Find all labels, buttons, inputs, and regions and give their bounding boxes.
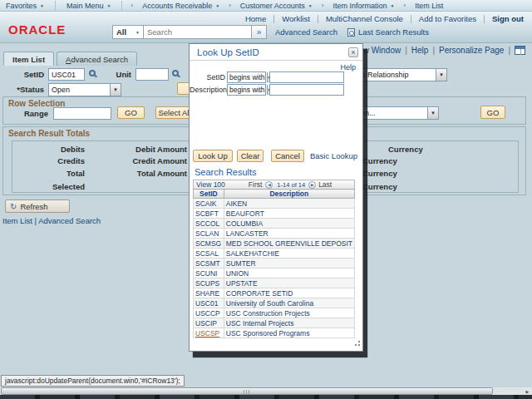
favorites-label: Favorites (6, 2, 37, 10)
home-link[interactable]: Home (245, 14, 266, 23)
previous-page-icon[interactable]: ◀ (265, 181, 273, 189)
lookup-result-row: SCLANLANCASTER (194, 229, 355, 239)
modal-description-row: Description begins with ▼ (190, 84, 362, 96)
result-setid-link[interactable]: USCSP (194, 328, 224, 338)
add-to-favorites-link[interactable]: Add to Favorites (419, 14, 476, 23)
personalize-page-link[interactable]: Personalize Page (439, 46, 504, 55)
search-scope-dropdown[interactable]: All ▼ (112, 25, 144, 39)
result-setid-link[interactable]: USCIP (194, 318, 224, 328)
link-divider (273, 15, 274, 23)
result-description-link[interactable]: CORPORATE SETID (224, 288, 354, 298)
last-search-results[interactable]: Last Search Results (347, 27, 429, 37)
basic-lookup-link[interactable]: Basic Lookup (310, 151, 357, 160)
setid-input[interactable] (48, 68, 85, 81)
lookup-result-row: SCCOLCOLUMBIA (194, 219, 355, 229)
currency-label: Currency (362, 156, 412, 165)
scrollbar-thumb[interactable] (1, 387, 493, 395)
tab-item-list[interactable]: Item List (3, 52, 54, 66)
result-description-link[interactable]: LANCASTER (224, 229, 354, 239)
result-description-link[interactable]: USC Construction Projects (224, 308, 354, 318)
result-description-link[interactable]: SUMTER (224, 259, 354, 268)
main-menu-label: Main Menu (66, 2, 104, 10)
relationship-dropdown[interactable]: No Relationship ▼ (352, 68, 447, 81)
unit-input[interactable] (135, 68, 169, 81)
currency-label: Currency (388, 145, 438, 154)
result-description-link[interactable]: USC Sponsored Programs (224, 328, 354, 338)
dropdown-arrow-icon: ▼ (110, 84, 121, 96)
search-submit-button[interactable]: » (252, 25, 267, 39)
modal-description-input[interactable] (269, 84, 344, 96)
result-setid-link[interactable]: SCLAN (194, 229, 224, 239)
chevron-down-icon: ▼ (308, 3, 313, 8)
http-icon[interactable] (515, 46, 525, 55)
description-operator-dropdown[interactable]: begins with ▼ (227, 84, 266, 96)
result-description-link[interactable]: MED SCHOOL GREENVILLE DEPOSIT (224, 239, 354, 249)
link-divider: | (432, 46, 435, 55)
relationship-value: No Relationship (353, 71, 436, 79)
clear-button[interactable]: Clear (237, 150, 264, 162)
lookup-result-row: SCBFTBEAUFORT (194, 209, 355, 219)
breadcrumb-separator-icon: › (229, 2, 231, 9)
tab-advanced-search[interactable]: Advanced Search (57, 52, 137, 66)
result-setid-link[interactable]: SCSMT (194, 259, 224, 268)
result-description-link[interactable]: BEAUFORT (224, 209, 354, 219)
first-link[interactable]: First (249, 180, 263, 189)
breadcrumb-item-item-list[interactable]: Item List (409, 0, 449, 11)
next-page-icon[interactable]: ▶ (308, 181, 316, 189)
worklist-link[interactable]: Worklist (282, 14, 310, 23)
view-100-link[interactable]: View 100 (196, 180, 225, 189)
result-description-link[interactable]: UNION (224, 268, 354, 278)
sign-out-link[interactable]: Sign out (492, 14, 524, 23)
selected-label: Selected (12, 182, 85, 191)
result-setid-link[interactable]: SCUNI (194, 268, 224, 278)
result-setid-link[interactable]: SHARE (194, 288, 224, 298)
action-go-button[interactable]: GO (480, 106, 505, 119)
item-action-dropdown[interactable]: on... ▼ (357, 106, 439, 120)
result-description-link[interactable]: USC Internal Projects (224, 318, 354, 328)
breadcrumb-favorites[interactable]: Favorites ▼ (0, 0, 50, 11)
scroll-right-icon[interactable]: ▶ (524, 388, 531, 394)
help-link[interactable]: Help (411, 46, 429, 55)
result-description-link[interactable]: COLUMBIA (224, 219, 354, 229)
horizontal-scrollbar[interactable]: ▶ (0, 387, 532, 395)
result-setid-link[interactable]: SCCOL (194, 219, 224, 229)
result-setid-link[interactable]: SCMSG (194, 239, 224, 249)
last-link[interactable]: Last (318, 180, 332, 189)
chevron-down-icon: ▼ (215, 3, 219, 8)
result-description-link[interactable]: University of South Carolina (224, 298, 354, 308)
result-setid-link[interactable]: SCAIK (194, 199, 224, 209)
result-description-link[interactable]: SALKEHATCHIE (224, 249, 354, 259)
breadcrumb-main-menu[interactable]: Main Menu ▼ (61, 0, 116, 11)
search-input[interactable] (144, 25, 252, 39)
header-links: Home Worklist MultiChannel Console Add t… (245, 14, 524, 23)
setid-operator-dropdown[interactable]: begins with ▼ (227, 71, 266, 83)
modal-setid-input[interactable] (269, 71, 344, 83)
result-setid-link[interactable]: USCCP (194, 308, 224, 318)
result-description-link[interactable]: UPSTATE (224, 278, 354, 288)
unit-lookup-icon[interactable] (172, 70, 179, 76)
close-icon[interactable]: × (348, 47, 358, 57)
resize-grip-icon[interactable] (353, 341, 360, 347)
breadcrumb-item-accounts-receivable[interactable]: Accounts Receivable ▼ (136, 0, 225, 11)
debits-label: Debits (12, 145, 85, 154)
cancel-button[interactable]: Cancel (271, 150, 304, 162)
range-go-button[interactable]: GO (117, 106, 145, 119)
result-description-link[interactable]: AIKEN (224, 199, 354, 209)
breadcrumb-item-item-information[interactable]: Item Information ▼ (327, 0, 400, 11)
result-setid-link[interactable]: SCSAL (194, 249, 224, 259)
refresh-button[interactable]: ↻ Refresh (5, 200, 70, 213)
result-setid-link[interactable]: USC01 (194, 298, 224, 308)
setid-lookup-icon[interactable] (89, 70, 96, 76)
look-up-button[interactable]: Look Up (193, 150, 233, 162)
multichannel-console-link[interactable]: MultiChannel Console (326, 14, 403, 23)
result-setid-link[interactable]: SCUPS (194, 278, 224, 288)
status-dropdown[interactable]: Open ▼ (48, 83, 121, 96)
item-list-footer-link[interactable]: Item List (2, 216, 32, 225)
range-input[interactable] (53, 107, 111, 120)
breadcrumb-item-customer-accounts[interactable]: Customer Accounts ▼ (234, 0, 318, 11)
advanced-search-footer-link[interactable]: Advanced Search (38, 216, 101, 225)
modal-help-link[interactable]: Help (340, 63, 356, 71)
result-setid-link[interactable]: SCBFT (194, 209, 224, 219)
advanced-search-link[interactable]: Advanced Search (275, 27, 337, 37)
status-label: *Status (0, 85, 44, 94)
